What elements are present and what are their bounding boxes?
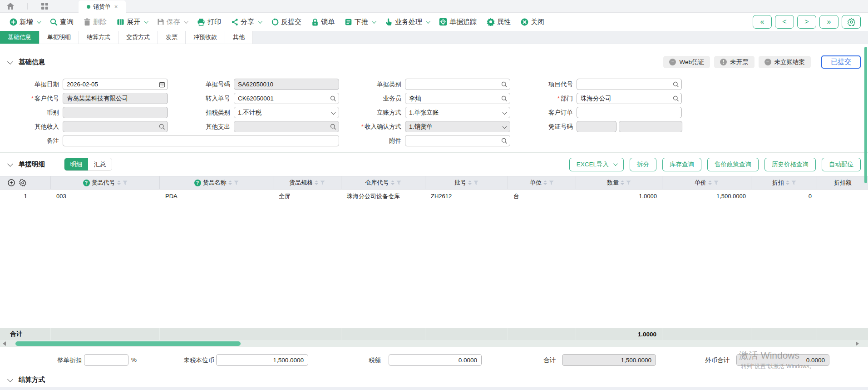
- filter-icon[interactable]: [714, 180, 719, 185]
- lookup-search-icon[interactable]: [673, 81, 679, 88]
- question-icon[interactable]: ?: [83, 180, 90, 186]
- department-input[interactable]: [577, 93, 682, 104]
- horizontal-scrollbar-thumb[interactable]: [15, 341, 241, 346]
- properties-button[interactable]: 属性: [487, 18, 511, 26]
- auto-allocate-button[interactable]: 自动配位: [822, 158, 861, 171]
- price-policy-query-button[interactable]: 售价政策查询: [707, 158, 759, 171]
- item-code-cell[interactable]: 003: [51, 190, 160, 203]
- home-icon[interactable]: [0, 0, 21, 12]
- history-price-query-button[interactable]: 历史价格查询: [764, 158, 816, 171]
- collapse-chevron-icon[interactable]: [7, 59, 13, 65]
- batch-cell[interactable]: ZH2612: [425, 190, 508, 203]
- project-code-input[interactable]: [577, 79, 682, 90]
- business-process-button[interactable]: 业务处理: [385, 18, 429, 26]
- toolbar-settings-button[interactable]: [842, 15, 861, 29]
- price-cell[interactable]: 1,500.0000: [662, 190, 751, 203]
- salesperson-input[interactable]: [405, 93, 510, 104]
- doc-tracking-button[interactable]: 单据追踪: [439, 18, 477, 26]
- unsubmit-button[interactable]: 反提交: [271, 18, 301, 26]
- tab-advance-offset[interactable]: 冲预收款: [186, 31, 225, 44]
- column-header-spec[interactable]: 货品规格: [273, 176, 341, 189]
- last-record-button[interactable]: »: [819, 15, 838, 29]
- filter-icon[interactable]: [396, 180, 401, 185]
- customer-order-input[interactable]: [577, 107, 682, 118]
- lookup-search-icon[interactable]: [501, 95, 508, 102]
- column-header-item-name[interactable]: ? 货品名称: [160, 176, 273, 189]
- lookup-search-icon[interactable]: [330, 95, 336, 102]
- add-button[interactable]: 新增: [10, 18, 40, 26]
- push-down-button[interactable]: 下推: [345, 18, 375, 26]
- split-button[interactable]: 拆分: [630, 158, 656, 171]
- remark-input[interactable]: [63, 135, 339, 146]
- column-header-qty[interactable]: 数量: [576, 176, 662, 189]
- calendar-icon[interactable]: [159, 81, 165, 88]
- column-header-discount-amount[interactable]: 折扣额: [817, 176, 868, 189]
- lookup-search-icon[interactable]: [501, 138, 508, 144]
- column-header-discount[interactable]: 折扣: [751, 176, 817, 189]
- apps-grid-icon[interactable]: [34, 0, 55, 12]
- column-header-unit[interactable]: 单位: [508, 176, 576, 189]
- toggle-detail-view[interactable]: 明细: [64, 158, 88, 170]
- lookup-search-icon[interactable]: [673, 95, 679, 102]
- lock-order-button[interactable]: 锁单: [311, 18, 335, 26]
- scroll-right-arrow-icon[interactable]: [856, 341, 859, 346]
- sort-icon[interactable]: [117, 180, 121, 185]
- column-settings-icon[interactable]: [19, 179, 26, 186]
- sort-icon[interactable]: [468, 180, 472, 185]
- discount-amount-cell[interactable]: [817, 190, 868, 203]
- prev-record-button[interactable]: <: [775, 15, 794, 29]
- spec-cell[interactable]: 全屏: [273, 190, 341, 203]
- doc-date-input[interactable]: [63, 79, 168, 90]
- sort-icon[interactable]: [228, 180, 232, 185]
- filter-icon[interactable]: [791, 180, 796, 185]
- collapse-chevron-icon[interactable]: [7, 161, 13, 167]
- tab-invoice[interactable]: 发票: [158, 31, 186, 44]
- stock-query-button[interactable]: 库存查询: [662, 158, 701, 171]
- share-button[interactable]: 分享: [231, 18, 261, 26]
- discount-cell[interactable]: 0: [751, 190, 817, 203]
- scroll-left-arrow-icon[interactable]: [3, 341, 6, 346]
- unit-cell[interactable]: 台: [508, 190, 576, 203]
- sort-icon[interactable]: [543, 180, 547, 185]
- delete-button[interactable]: 删除: [84, 18, 107, 26]
- save-button[interactable]: 保存: [157, 18, 187, 26]
- sort-icon[interactable]: [708, 180, 712, 185]
- transfer-no-input[interactable]: [234, 93, 339, 104]
- filter-icon[interactable]: [123, 180, 128, 185]
- item-name-cell[interactable]: PDA: [160, 190, 273, 203]
- account-method-input[interactable]: [405, 107, 510, 118]
- column-header-price[interactable]: 单价: [662, 176, 751, 189]
- tax-input[interactable]: [389, 354, 482, 366]
- window-tab-sales-order[interactable]: 销货单 ×: [79, 0, 126, 13]
- untaxed-input[interactable]: [216, 354, 308, 366]
- tab-delivery[interactable]: 交货方式: [118, 31, 158, 44]
- next-record-button[interactable]: >: [797, 15, 816, 29]
- doc-type-input[interactable]: [405, 79, 510, 90]
- lookup-search-icon[interactable]: [159, 124, 165, 130]
- excel-import-button[interactable]: EXCEL导入: [569, 158, 624, 171]
- filter-icon[interactable]: [626, 180, 631, 185]
- vertical-scrollbar-thumb[interactable]: [864, 47, 867, 183]
- horizontal-scrollbar[interactable]: [0, 340, 868, 347]
- warehouse-cell[interactable]: 珠海分公司设备仓库: [341, 190, 425, 203]
- question-icon[interactable]: ?: [194, 180, 201, 186]
- whole-discount-input[interactable]: [84, 354, 128, 366]
- tab-settlement[interactable]: 结算方式: [79, 31, 118, 44]
- table-row[interactable]: 1 003 PDA 全屏 珠海分公司设备仓库 ZH2612 台 1.0000 1…: [0, 190, 868, 203]
- lookup-search-icon[interactable]: [330, 124, 336, 130]
- query-button[interactable]: 查询: [50, 18, 74, 26]
- sort-icon[interactable]: [315, 180, 318, 185]
- qty-cell[interactable]: 1.0000: [576, 190, 662, 203]
- first-record-button[interactable]: «: [753, 15, 772, 29]
- sort-icon[interactable]: [786, 180, 789, 185]
- print-button[interactable]: 打印: [197, 18, 221, 26]
- tab-other[interactable]: 其他: [225, 31, 253, 44]
- tab-basic-info[interactable]: 基础信息: [0, 31, 39, 44]
- tab-close-icon[interactable]: ×: [114, 3, 118, 10]
- toggle-summary-view[interactable]: 汇总: [88, 158, 112, 170]
- tab-doc-detail[interactable]: 单据明细: [39, 31, 79, 44]
- filter-icon[interactable]: [473, 180, 478, 185]
- expand-button[interactable]: 展开: [117, 18, 147, 26]
- sort-icon[interactable]: [621, 180, 624, 185]
- sort-icon[interactable]: [391, 180, 395, 185]
